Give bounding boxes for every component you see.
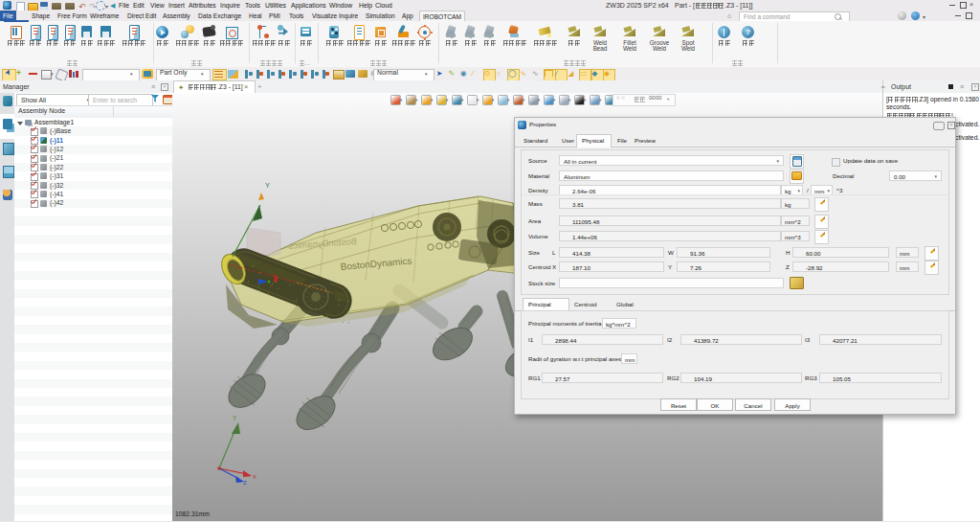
svg-text:X: X <box>253 474 256 480</box>
svg-text:1082.31mm: 1082.31mm <box>175 511 210 517</box>
svg-text:Y: Y <box>233 415 237 421</box>
svg-text:Z: Z <box>243 480 247 486</box>
svg-text:Y: Y <box>265 181 270 190</box>
